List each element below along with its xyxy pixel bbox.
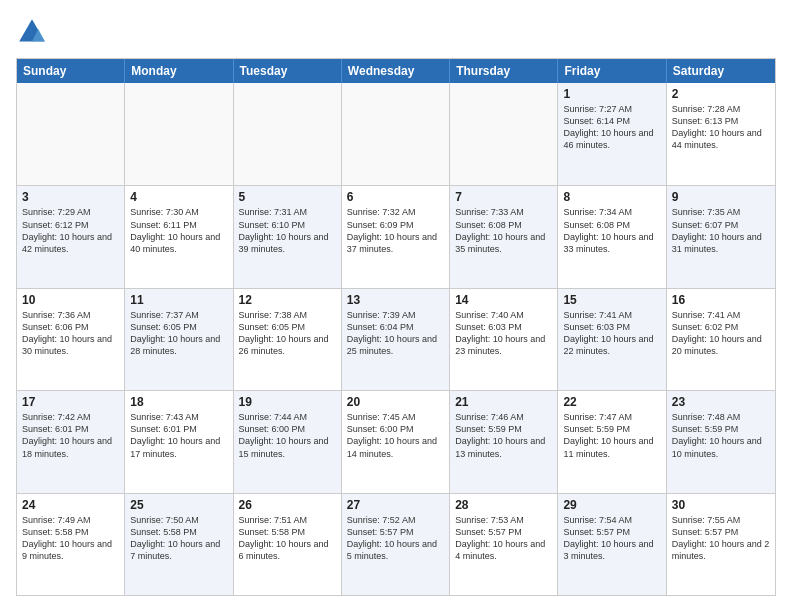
day-info: Sunrise: 7:46 AM Sunset: 5:59 PM Dayligh… <box>455 411 552 460</box>
day-cell-5: 5Sunrise: 7:31 AM Sunset: 6:10 PM Daylig… <box>234 186 342 287</box>
day-number: 17 <box>22 395 119 409</box>
day-number: 16 <box>672 293 770 307</box>
day-info: Sunrise: 7:52 AM Sunset: 5:57 PM Dayligh… <box>347 514 444 563</box>
day-cell-6: 6Sunrise: 7:32 AM Sunset: 6:09 PM Daylig… <box>342 186 450 287</box>
empty-cell <box>125 83 233 185</box>
day-cell-14: 14Sunrise: 7:40 AM Sunset: 6:03 PM Dayli… <box>450 289 558 390</box>
header-day-monday: Monday <box>125 59 233 83</box>
day-cell-26: 26Sunrise: 7:51 AM Sunset: 5:58 PM Dayli… <box>234 494 342 595</box>
day-cell-21: 21Sunrise: 7:46 AM Sunset: 5:59 PM Dayli… <box>450 391 558 492</box>
header-day-saturday: Saturday <box>667 59 775 83</box>
calendar-row-1: 3Sunrise: 7:29 AM Sunset: 6:12 PM Daylig… <box>17 185 775 287</box>
calendar-header: SundayMondayTuesdayWednesdayThursdayFrid… <box>17 59 775 83</box>
header-day-tuesday: Tuesday <box>234 59 342 83</box>
day-number: 2 <box>672 87 770 101</box>
day-info: Sunrise: 7:38 AM Sunset: 6:05 PM Dayligh… <box>239 309 336 358</box>
day-cell-24: 24Sunrise: 7:49 AM Sunset: 5:58 PM Dayli… <box>17 494 125 595</box>
day-cell-13: 13Sunrise: 7:39 AM Sunset: 6:04 PM Dayli… <box>342 289 450 390</box>
day-info: Sunrise: 7:27 AM Sunset: 6:14 PM Dayligh… <box>563 103 660 152</box>
empty-cell <box>234 83 342 185</box>
day-number: 29 <box>563 498 660 512</box>
day-info: Sunrise: 7:29 AM Sunset: 6:12 PM Dayligh… <box>22 206 119 255</box>
day-number: 15 <box>563 293 660 307</box>
day-number: 4 <box>130 190 227 204</box>
calendar-row-3: 17Sunrise: 7:42 AM Sunset: 6:01 PM Dayli… <box>17 390 775 492</box>
day-number: 7 <box>455 190 552 204</box>
day-number: 30 <box>672 498 770 512</box>
page: SundayMondayTuesdayWednesdayThursdayFrid… <box>0 0 792 612</box>
day-number: 10 <box>22 293 119 307</box>
day-info: Sunrise: 7:48 AM Sunset: 5:59 PM Dayligh… <box>672 411 770 460</box>
day-info: Sunrise: 7:44 AM Sunset: 6:00 PM Dayligh… <box>239 411 336 460</box>
day-info: Sunrise: 7:40 AM Sunset: 6:03 PM Dayligh… <box>455 309 552 358</box>
day-info: Sunrise: 7:30 AM Sunset: 6:11 PM Dayligh… <box>130 206 227 255</box>
day-number: 3 <box>22 190 119 204</box>
calendar-row-4: 24Sunrise: 7:49 AM Sunset: 5:58 PM Dayli… <box>17 493 775 595</box>
day-number: 21 <box>455 395 552 409</box>
day-cell-17: 17Sunrise: 7:42 AM Sunset: 6:01 PM Dayli… <box>17 391 125 492</box>
day-info: Sunrise: 7:33 AM Sunset: 6:08 PM Dayligh… <box>455 206 552 255</box>
header <box>16 16 776 48</box>
day-cell-16: 16Sunrise: 7:41 AM Sunset: 6:02 PM Dayli… <box>667 289 775 390</box>
day-cell-30: 30Sunrise: 7:55 AM Sunset: 5:57 PM Dayli… <box>667 494 775 595</box>
day-info: Sunrise: 7:39 AM Sunset: 6:04 PM Dayligh… <box>347 309 444 358</box>
day-cell-19: 19Sunrise: 7:44 AM Sunset: 6:00 PM Dayli… <box>234 391 342 492</box>
day-number: 13 <box>347 293 444 307</box>
day-number: 14 <box>455 293 552 307</box>
day-info: Sunrise: 7:45 AM Sunset: 6:00 PM Dayligh… <box>347 411 444 460</box>
day-cell-23: 23Sunrise: 7:48 AM Sunset: 5:59 PM Dayli… <box>667 391 775 492</box>
day-number: 18 <box>130 395 227 409</box>
day-info: Sunrise: 7:32 AM Sunset: 6:09 PM Dayligh… <box>347 206 444 255</box>
header-day-wednesday: Wednesday <box>342 59 450 83</box>
header-day-friday: Friday <box>558 59 666 83</box>
day-number: 9 <box>672 190 770 204</box>
header-day-thursday: Thursday <box>450 59 558 83</box>
day-info: Sunrise: 7:51 AM Sunset: 5:58 PM Dayligh… <box>239 514 336 563</box>
day-number: 28 <box>455 498 552 512</box>
day-info: Sunrise: 7:49 AM Sunset: 5:58 PM Dayligh… <box>22 514 119 563</box>
day-number: 5 <box>239 190 336 204</box>
day-cell-2: 2Sunrise: 7:28 AM Sunset: 6:13 PM Daylig… <box>667 83 775 185</box>
logo <box>16 16 52 48</box>
day-cell-18: 18Sunrise: 7:43 AM Sunset: 6:01 PM Dayli… <box>125 391 233 492</box>
day-cell-11: 11Sunrise: 7:37 AM Sunset: 6:05 PM Dayli… <box>125 289 233 390</box>
calendar-row-2: 10Sunrise: 7:36 AM Sunset: 6:06 PM Dayli… <box>17 288 775 390</box>
day-info: Sunrise: 7:36 AM Sunset: 6:06 PM Dayligh… <box>22 309 119 358</box>
day-info: Sunrise: 7:53 AM Sunset: 5:57 PM Dayligh… <box>455 514 552 563</box>
day-info: Sunrise: 7:42 AM Sunset: 6:01 PM Dayligh… <box>22 411 119 460</box>
day-cell-29: 29Sunrise: 7:54 AM Sunset: 5:57 PM Dayli… <box>558 494 666 595</box>
day-cell-9: 9Sunrise: 7:35 AM Sunset: 6:07 PM Daylig… <box>667 186 775 287</box>
day-cell-27: 27Sunrise: 7:52 AM Sunset: 5:57 PM Dayli… <box>342 494 450 595</box>
day-number: 19 <box>239 395 336 409</box>
day-number: 1 <box>563 87 660 101</box>
day-info: Sunrise: 7:31 AM Sunset: 6:10 PM Dayligh… <box>239 206 336 255</box>
day-info: Sunrise: 7:41 AM Sunset: 6:03 PM Dayligh… <box>563 309 660 358</box>
day-info: Sunrise: 7:34 AM Sunset: 6:08 PM Dayligh… <box>563 206 660 255</box>
day-info: Sunrise: 7:54 AM Sunset: 5:57 PM Dayligh… <box>563 514 660 563</box>
day-info: Sunrise: 7:41 AM Sunset: 6:02 PM Dayligh… <box>672 309 770 358</box>
day-number: 25 <box>130 498 227 512</box>
day-cell-10: 10Sunrise: 7:36 AM Sunset: 6:06 PM Dayli… <box>17 289 125 390</box>
day-number: 8 <box>563 190 660 204</box>
calendar: SundayMondayTuesdayWednesdayThursdayFrid… <box>16 58 776 596</box>
day-cell-7: 7Sunrise: 7:33 AM Sunset: 6:08 PM Daylig… <box>450 186 558 287</box>
day-info: Sunrise: 7:37 AM Sunset: 6:05 PM Dayligh… <box>130 309 227 358</box>
day-info: Sunrise: 7:47 AM Sunset: 5:59 PM Dayligh… <box>563 411 660 460</box>
day-cell-15: 15Sunrise: 7:41 AM Sunset: 6:03 PM Dayli… <box>558 289 666 390</box>
day-number: 26 <box>239 498 336 512</box>
empty-cell <box>342 83 450 185</box>
day-info: Sunrise: 7:55 AM Sunset: 5:57 PM Dayligh… <box>672 514 770 563</box>
empty-cell <box>450 83 558 185</box>
calendar-row-0: 1Sunrise: 7:27 AM Sunset: 6:14 PM Daylig… <box>17 83 775 185</box>
day-number: 20 <box>347 395 444 409</box>
empty-cell <box>17 83 125 185</box>
day-info: Sunrise: 7:35 AM Sunset: 6:07 PM Dayligh… <box>672 206 770 255</box>
calendar-body: 1Sunrise: 7:27 AM Sunset: 6:14 PM Daylig… <box>17 83 775 595</box>
day-number: 24 <box>22 498 119 512</box>
day-cell-8: 8Sunrise: 7:34 AM Sunset: 6:08 PM Daylig… <box>558 186 666 287</box>
day-number: 6 <box>347 190 444 204</box>
day-number: 27 <box>347 498 444 512</box>
day-cell-28: 28Sunrise: 7:53 AM Sunset: 5:57 PM Dayli… <box>450 494 558 595</box>
day-number: 22 <box>563 395 660 409</box>
day-cell-12: 12Sunrise: 7:38 AM Sunset: 6:05 PM Dayli… <box>234 289 342 390</box>
